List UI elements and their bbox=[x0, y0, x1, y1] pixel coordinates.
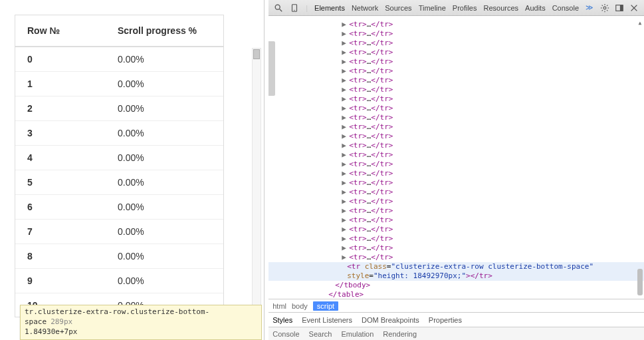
dom-node-collapsed[interactable]: ▶<tr>…</tr> bbox=[268, 197, 644, 206]
expand-arrow-icon[interactable]: ▶ bbox=[342, 39, 347, 48]
demo-scroll-thumb[interactable] bbox=[253, 49, 260, 59]
tab-elements[interactable]: Elements bbox=[314, 4, 345, 12]
expand-arrow-icon[interactable]: ▶ bbox=[342, 197, 347, 206]
pane-divider[interactable] bbox=[262, 0, 268, 340]
crumb-body[interactable]: body bbox=[292, 302, 308, 310]
dom-node-collapsed[interactable]: ▶<tr>…</tr> bbox=[268, 169, 644, 178]
expand-arrow-icon[interactable]: ▶ bbox=[342, 225, 347, 234]
tab-profiles[interactable]: Profiles bbox=[453, 4, 477, 12]
expand-arrow-icon[interactable]: ▶ bbox=[342, 206, 347, 216]
tab-resources[interactable]: Resources bbox=[483, 4, 518, 12]
expand-arrow-icon[interactable]: ▶ bbox=[342, 169, 347, 178]
expand-arrow-icon[interactable]: ▶ bbox=[342, 67, 347, 76]
dom-node-collapsed[interactable]: ▶<tr>…</tr> bbox=[268, 29, 644, 39]
dom-node-collapsed[interactable]: ▶<tr>…</tr> bbox=[268, 20, 644, 29]
demo-scrollbar[interactable]: ▲ ▼ bbox=[252, 48, 261, 315]
subtab-properties[interactable]: Properties bbox=[429, 316, 462, 324]
scroll-up-icon[interactable]: ▲ bbox=[637, 19, 643, 24]
dom-node-close[interactable]: </table> bbox=[268, 290, 644, 299]
dom-node-collapsed[interactable]: ▶<tr>…</tr> bbox=[268, 39, 644, 48]
demo-table-container: Row № Scroll progress % 00.00% 10.00% 20… bbox=[15, 15, 224, 317]
dom-node-collapsed[interactable]: ▶<tr>…</tr> bbox=[268, 206, 644, 216]
expand-arrow-icon[interactable]: ▶ bbox=[342, 48, 347, 57]
drawer-tab-search[interactable]: Search bbox=[309, 330, 332, 338]
settings-icon[interactable] bbox=[600, 3, 609, 13]
expand-arrow-icon[interactable]: ▶ bbox=[342, 113, 347, 122]
dom-node-collapsed[interactable]: ▶<tr>…</tr> bbox=[268, 178, 644, 188]
expand-arrow-icon[interactable]: ▶ bbox=[342, 85, 347, 94]
expand-arrow-icon[interactable]: ▶ bbox=[342, 253, 347, 262]
dom-node-collapsed[interactable]: ▶<tr>…</tr> bbox=[268, 234, 644, 244]
expand-arrow-icon[interactable]: ▶ bbox=[342, 178, 347, 188]
attr-name: class bbox=[365, 262, 387, 271]
expand-arrow-icon[interactable]: ▶ bbox=[342, 104, 347, 113]
drawer-tab-rendering[interactable]: Rendering bbox=[383, 330, 417, 338]
expand-arrow-icon[interactable]: ▶ bbox=[342, 132, 347, 141]
cell-progress: 0.00% bbox=[115, 275, 223, 286]
expand-arrow-icon[interactable]: ▶ bbox=[342, 76, 347, 85]
dom-node-collapsed[interactable]: ▶<tr>…</tr> bbox=[268, 113, 644, 122]
expand-arrow-icon[interactable]: ▶ bbox=[342, 29, 347, 39]
expand-arrow-icon[interactable]: ▶ bbox=[342, 188, 347, 197]
tree-scroll-thumb[interactable] bbox=[637, 269, 643, 295]
dom-node-collapsed[interactable]: ▶<tr>…</tr> bbox=[268, 85, 644, 94]
dom-node-collapsed[interactable]: ▶<tr>…</tr> bbox=[268, 132, 644, 141]
drawer-tab-console[interactable]: Console bbox=[272, 330, 299, 338]
expand-arrow-icon[interactable]: ▶ bbox=[342, 20, 347, 29]
dom-node-collapsed[interactable]: ▶<tr>…</tr> bbox=[268, 216, 644, 225]
dom-node-collapsed[interactable]: ▶<tr>…</tr> bbox=[268, 104, 644, 113]
tab-timeline[interactable]: Timeline bbox=[419, 4, 446, 12]
cell-row-n: 4 bbox=[15, 152, 115, 163]
dom-node-collapsed[interactable]: ▶<tr>…</tr> bbox=[268, 253, 644, 262]
dom-node-collapsed[interactable]: ▶<tr>…</tr> bbox=[268, 94, 644, 104]
cell-progress: 0.00% bbox=[115, 202, 223, 212]
dom-node-collapsed[interactable]: ▶<tr>…</tr> bbox=[268, 141, 644, 150]
cell-progress: 0.00% bbox=[115, 226, 223, 237]
expand-arrow-icon[interactable]: ▶ bbox=[342, 94, 347, 104]
subtab-dom-breakpoints[interactable]: DOM Breakpoints bbox=[362, 316, 419, 324]
expand-arrow-icon[interactable]: ▶ bbox=[342, 216, 347, 225]
dom-tree[interactable]: ▶<tr>…</tr>▶<tr>…</tr>▶<tr>…</tr>▶<tr>…<… bbox=[268, 16, 644, 299]
tab-audits[interactable]: Audits bbox=[525, 4, 546, 12]
demo-pane: Row № Scroll progress % 00.00% 10.00% 20… bbox=[0, 0, 262, 340]
expand-arrow-icon[interactable]: ▶ bbox=[342, 160, 347, 169]
expand-arrow-icon[interactable]: ▶ bbox=[342, 122, 347, 132]
dom-node-collapsed[interactable]: ▶<tr>…</tr> bbox=[268, 188, 644, 197]
search-icon[interactable] bbox=[274, 3, 283, 13]
crumb-selected[interactable]: script bbox=[313, 301, 338, 311]
close-icon[interactable] bbox=[629, 3, 639, 13]
dom-node-collapsed[interactable]: ▶<tr>…</tr> bbox=[268, 57, 644, 67]
dom-node-collapsed[interactable]: ▶<tr>…</tr> bbox=[268, 67, 644, 76]
dom-node-collapsed[interactable]: ▶<tr>…</tr> bbox=[268, 244, 644, 253]
tag-open: <tr bbox=[347, 262, 365, 271]
expand-arrow-icon[interactable]: ▶ bbox=[342, 141, 347, 150]
dom-node-collapsed[interactable]: ▶<tr>…</tr> bbox=[268, 160, 644, 169]
dom-node-collapsed[interactable]: ▶<tr>…</tr> bbox=[268, 122, 644, 132]
crumb-html[interactable]: html bbox=[272, 302, 286, 310]
dom-node-highlighted[interactable]: <tr class="clusterize-extra-row clusteri… bbox=[268, 262, 644, 281]
expand-arrow-icon[interactable]: ▶ bbox=[342, 150, 347, 160]
cell-row-n: 5 bbox=[15, 177, 115, 188]
tab-sources[interactable]: Sources bbox=[385, 4, 411, 12]
devtools-toolbar: | Elements Network Sources Timeline Prof… bbox=[268, 0, 644, 16]
table-body[interactable]: 00.00% 10.00% 20.00% 30.00% 40.00% 50.00… bbox=[15, 47, 223, 316]
dom-node-collapsed[interactable]: ▶<tr>…</tr> bbox=[268, 225, 644, 234]
drawer-toggle-icon[interactable]: ≫ bbox=[586, 3, 595, 13]
tab-console[interactable]: Console bbox=[552, 4, 579, 12]
subtab-event-listeners[interactable]: Event Listeners bbox=[302, 316, 352, 324]
drawer-tab-emulation[interactable]: Emulation bbox=[341, 330, 374, 338]
dom-node-collapsed[interactable]: ▶<tr>…</tr> bbox=[268, 76, 644, 85]
expand-arrow-icon[interactable]: ▶ bbox=[342, 244, 347, 253]
tree-scrollbar[interactable]: ▲ ▼ bbox=[637, 19, 643, 299]
expand-arrow-icon[interactable]: ▶ bbox=[342, 57, 347, 67]
expand-arrow-icon[interactable]: ▶ bbox=[342, 234, 347, 244]
dom-node-collapsed[interactable]: ▶<tr>…</tr> bbox=[268, 150, 644, 160]
dom-node-close[interactable]: </tbody> bbox=[268, 281, 644, 290]
table-row: 10.00% bbox=[15, 72, 223, 96]
subtab-styles[interactable]: Styles bbox=[272, 316, 292, 324]
svg-line-1 bbox=[280, 9, 282, 11]
dock-icon[interactable] bbox=[615, 3, 624, 13]
tab-network[interactable]: Network bbox=[352, 4, 378, 12]
dom-node-collapsed[interactable]: ▶<tr>…</tr> bbox=[268, 48, 644, 57]
device-icon[interactable] bbox=[290, 3, 299, 13]
